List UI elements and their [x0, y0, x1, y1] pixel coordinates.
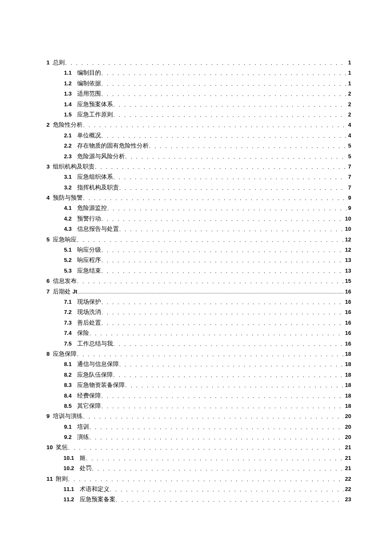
toc-entry[interactable]: 7.5工作总结与我. . . . . . . . . . . . . . . .… [46, 341, 351, 347]
toc-entry-title: 危险性分析 [53, 122, 83, 128]
toc-entry-title: 演练 [77, 434, 89, 440]
toc-entry-title: 应急保障 [53, 351, 77, 357]
toc-entry-number: 7.3 [59, 320, 72, 326]
toc-leader-dots: . . . . . . . . . . . . . . . . . . . . … [119, 362, 343, 367]
toc-entry[interactable]: 10.2处罚. . . . . . . . . . . . . . . . . … [46, 465, 351, 471]
toc-entry[interactable]: 4.1危险源监控. . . . . . . . . . . . . . . . … [46, 205, 351, 211]
toc-subentry-number-wrap: 9.2 [59, 435, 72, 440]
toc-entry-number: 10.1 [59, 456, 74, 461]
toc-entry[interactable]: 1总则. . . . . . . . . . . . . . . . . . .… [46, 60, 351, 66]
toc-entry[interactable]: 9培训与演练. . . . . . . . . . . . . . . . . … [46, 413, 351, 419]
toc-entry[interactable]: 8应急保障. . . . . . . . . . . . . . . . . .… [46, 351, 351, 357]
toc-subentry-number-wrap: 4.3 [59, 227, 72, 232]
toc-entry-title: 术语和定义 [80, 486, 110, 492]
toc-leader-dots: . . . . . . . . . . . . . . . . . . . . … [119, 185, 346, 191]
toc-entry[interactable]: 2.1单位概况. . . . . . . . . . . . . . . . .… [46, 133, 351, 139]
toc-entry[interactable]: 7.3善后处置. . . . . . . . . . . . . . . . .… [46, 320, 351, 326]
toc-subentry-number-wrap: 9.1 [59, 424, 72, 430]
toc-entry[interactable]: 4预防与预警. . . . . . . . . . . . . . . . . … [46, 195, 351, 201]
toc-entry-page: 9 [348, 195, 351, 201]
toc-entry-page: 18 [345, 393, 351, 399]
toc-entry-page: 21 [345, 456, 351, 461]
toc-leader-dots: . . . . . . . . . . . . . . . . . . . . … [77, 352, 343, 357]
toc-entry-number: 5 [46, 237, 52, 243]
toc-entry[interactable]: 5应急响应. . . . . . . . . . . . . . . . . .… [46, 237, 351, 243]
toc-entry[interactable]: 8.5其它保障. . . . . . . . . . . . . . . . .… [46, 403, 351, 409]
toc-entry[interactable]: 8.2应急队伍保障. . . . . . . . . . . . . . . .… [46, 372, 351, 378]
toc-entry-number: 2.2 [59, 143, 72, 149]
toc-entry-number: 5.2 [59, 258, 72, 263]
toc-entry[interactable]: 6信息发布. . . . . . . . . . . . . . . . . .… [46, 278, 351, 284]
toc-entry[interactable]: 2.2存在物质的固有危险性分析. . . . . . . . . . . . .… [46, 143, 351, 149]
toc-entry[interactable]: 9.1培训. . . . . . . . . . . . . . . . . .… [46, 424, 351, 430]
toc-entry-page: 1 [348, 70, 351, 76]
toc-subentry-number-wrap: 4.2 [59, 216, 72, 222]
toc-entry[interactable]: 8.3应急物资装备保障. . . . . . . . . . . . . . .… [46, 382, 351, 388]
toc-subentry-number-wrap: 5.1 [59, 247, 72, 253]
toc-entry-title: 处罚 [80, 465, 92, 471]
toc-entry[interactable]: 1.3适用范围. . . . . . . . . . . . . . . . .… [46, 91, 351, 97]
toc-entry[interactable]: 10.1姬. . . . . . . . . . . . . . . . . .… [46, 455, 351, 461]
toc-subentry-number-wrap: 7.2 [59, 310, 72, 315]
toc-entry[interactable]: 1.1编制目的. . . . . . . . . . . . . . . . .… [46, 70, 351, 76]
toc-entry[interactable]: 1.4应急预案体系. . . . . . . . . . . . . . . .… [46, 102, 351, 108]
toc-entry[interactable]: 2危险性分析. . . . . . . . . . . . . . . . . … [46, 122, 351, 128]
toc-entry[interactable]: 4.3信息报告与处置. . . . . . . . . . . . . . . … [46, 226, 351, 232]
toc-entry-page: 12 [345, 247, 351, 253]
toc-entry[interactable]: 1.5应急工作原则. . . . . . . . . . . . . . . .… [46, 112, 351, 118]
toc-subentry-number-wrap: 4.1 [59, 206, 72, 211]
toc-entry[interactable]: 7.2现场洗消. . . . . . . . . . . . . . . . .… [46, 309, 351, 315]
toc-entry[interactable]: 5.2响应程序. . . . . . . . . . . . . . . . .… [46, 257, 351, 263]
toc-entry-title: 响应分级 [77, 247, 101, 253]
toc-entry-title: 应急物资装备保障 [77, 382, 125, 388]
toc-entry[interactable]: 4.2预警行动. . . . . . . . . . . . . . . . .… [46, 216, 351, 222]
toc-entry[interactable]: 3组织机构及职责. . . . . . . . . . . . . . . . … [46, 164, 351, 170]
toc-leader-dots: . . . . . . . . . . . . . . . . . . . . … [125, 383, 343, 388]
toc-entry[interactable]: 7后期处Jt..................................… [46, 289, 351, 295]
toc-leader-dots: . . . . . . . . . . . . . . . . . . . . … [101, 258, 343, 263]
toc-entry-title-extra: Jt [72, 289, 77, 295]
toc-subentry-number-wrap: 2.1 [59, 133, 72, 139]
toc-entry-page: 22 [345, 487, 351, 492]
toc-entry-number: 7.1 [59, 299, 72, 305]
toc-entry[interactable]: 11.1术语和定义. . . . . . . . . . . . . . . .… [46, 486, 351, 492]
toc-entry[interactable]: 9.2演练. . . . . . . . . . . . . . . . . .… [46, 434, 351, 440]
toc-entry[interactable]: 3.2指挥机构及职责. . . . . . . . . . . . . . . … [46, 185, 351, 191]
toc-entry-title: 现场保护 [77, 299, 101, 305]
toc-entry-page: 15 [345, 279, 351, 284]
toc-subentry-number-wrap: 7.3 [59, 320, 72, 326]
toc-entry-number: 1.2 [59, 81, 72, 87]
toc-leader-dots: . . . . . . . . . . . . . . . . . . . . … [68, 445, 343, 450]
toc-entry-number: 2 [46, 122, 52, 128]
toc-entry-number: 7.4 [59, 331, 72, 336]
toc-entry-title: 保险 [77, 330, 89, 336]
toc-entry[interactable]: 10奖惩. . . . . . . . . . . . . . . . . . … [46, 445, 351, 450]
toc-entry-page: 4 [348, 133, 351, 139]
toc-entry[interactable]: 11附则. . . . . . . . . . . . . . . . . . … [46, 476, 351, 482]
toc-entry-title: 预防与预警 [53, 195, 83, 201]
toc-entry-title: 应急预案体系 [77, 102, 113, 108]
toc-entry[interactable]: 8.4经费保障. . . . . . . . . . . . . . . . .… [46, 393, 351, 399]
toc-entry-number: 8.2 [59, 372, 72, 378]
toc-entry-title: 应急预案备案 [80, 497, 115, 503]
toc-entry[interactable]: 7.4保险. . . . . . . . . . . . . . . . . .… [46, 330, 351, 336]
toc-entry-number: 9.2 [59, 435, 72, 440]
toc-entry-number: 11.2 [59, 497, 74, 503]
toc-entry-title: 应急响应 [53, 237, 77, 243]
toc-entry[interactable]: 5.1响应分级. . . . . . . . . . . . . . . . .… [46, 247, 351, 253]
toc-leader-dots: . . . . . . . . . . . . . . . . . . . . … [95, 164, 346, 170]
toc-leader-dots: ........................................… [78, 290, 343, 294]
toc-leader-dots: . . . . . . . . . . . . . . . . . . . . … [149, 143, 346, 149]
toc-entry[interactable]: 3.1应急组织体系. . . . . . . . . . . . . . . .… [46, 174, 351, 180]
toc-entry[interactable]: 8.1通信与信息保障. . . . . . . . . . . . . . . … [46, 361, 351, 367]
toc-entry-number: 1.5 [59, 112, 72, 118]
toc-leader-dots: . . . . . . . . . . . . . . . . . . . . … [110, 487, 343, 492]
toc-entry[interactable]: 5.3应急结束. . . . . . . . . . . . . . . . .… [46, 268, 351, 274]
toc-entry[interactable]: 2.3危险源与风险分析. . . . . . . . . . . . . . .… [46, 154, 351, 160]
toc-entry[interactable]: 11.2应急预案备案. . . . . . . . . . . . . . . … [46, 497, 351, 503]
toc-entry[interactable]: 1.2编制依据. . . . . . . . . . . . . . . . .… [46, 81, 351, 87]
toc-subentry-number-wrap: 1.4 [59, 102, 72, 108]
toc-entry-number: 9.1 [59, 424, 72, 430]
toc-subentry-number-wrap: 10.2 [59, 466, 74, 471]
toc-entry[interactable]: 7.1现场保护. . . . . . . . . . . . . . . . .… [46, 299, 351, 305]
